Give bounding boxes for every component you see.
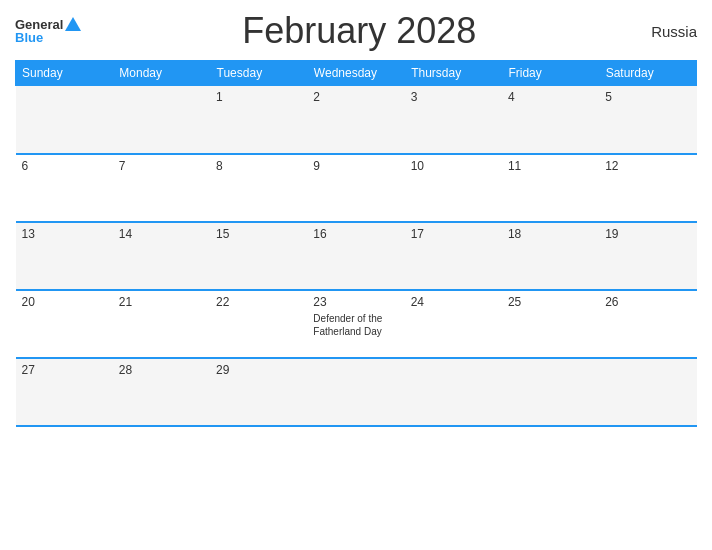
day-number: 28: [119, 363, 204, 377]
calendar-day-cell: 20: [16, 290, 113, 358]
calendar-week-row: 6789101112: [16, 154, 697, 222]
calendar-day-cell: 14: [113, 222, 210, 290]
day-number: 15: [216, 227, 301, 241]
weekday-header: Tuesday: [210, 61, 307, 86]
header: General Blue February 2028 Russia: [15, 10, 697, 52]
weekday-header: Monday: [113, 61, 210, 86]
calendar-day-cell: 11: [502, 154, 599, 222]
calendar-day-cell: 9: [307, 154, 404, 222]
logo-top: General Blue: [15, 18, 81, 44]
logo: General Blue: [15, 18, 81, 44]
calendar-page: General Blue February 2028 Russia Sunday…: [0, 0, 712, 550]
calendar-day-cell: 13: [16, 222, 113, 290]
day-number: 9: [313, 159, 398, 173]
calendar-day-cell: [16, 86, 113, 154]
logo-blue: Blue: [15, 31, 81, 44]
calendar-week-row: 20212223Defender of the Fatherland Day24…: [16, 290, 697, 358]
calendar-day-cell: [502, 358, 599, 426]
calendar-day-cell: 6: [16, 154, 113, 222]
day-number: 27: [22, 363, 107, 377]
day-number: 8: [216, 159, 301, 173]
calendar-day-cell: 21: [113, 290, 210, 358]
day-number: 24: [411, 295, 496, 309]
day-number: 22: [216, 295, 301, 309]
calendar-day-cell: 17: [405, 222, 502, 290]
day-number: 6: [22, 159, 107, 173]
day-number: 12: [605, 159, 690, 173]
weekday-header: Wednesday: [307, 61, 404, 86]
weekday-header: Sunday: [16, 61, 113, 86]
calendar-day-cell: 28: [113, 358, 210, 426]
calendar-header: SundayMondayTuesdayWednesdayThursdayFrid…: [16, 61, 697, 86]
day-number: 3: [411, 90, 496, 104]
calendar-week-row: 12345: [16, 86, 697, 154]
day-number: 1: [216, 90, 301, 104]
calendar-day-cell: 15: [210, 222, 307, 290]
day-number: 29: [216, 363, 301, 377]
calendar-day-cell: 4: [502, 86, 599, 154]
calendar-day-cell: 18: [502, 222, 599, 290]
calendar-day-cell: 27: [16, 358, 113, 426]
day-number: 26: [605, 295, 690, 309]
day-number: 2: [313, 90, 398, 104]
weekday-header: Saturday: [599, 61, 696, 86]
day-number: 11: [508, 159, 593, 173]
calendar-day-cell: [307, 358, 404, 426]
calendar-day-cell: 5: [599, 86, 696, 154]
calendar-day-cell: 29: [210, 358, 307, 426]
day-number: 23: [313, 295, 398, 309]
day-number: 7: [119, 159, 204, 173]
country-label: Russia: [637, 23, 697, 40]
calendar-body: 1234567891011121314151617181920212223Def…: [16, 86, 697, 426]
day-number: 10: [411, 159, 496, 173]
day-number: 19: [605, 227, 690, 241]
calendar-day-cell: 26: [599, 290, 696, 358]
day-number: 21: [119, 295, 204, 309]
calendar-day-cell: 22: [210, 290, 307, 358]
calendar-day-cell: 10: [405, 154, 502, 222]
calendar-week-row: 272829: [16, 358, 697, 426]
calendar-day-cell: 24: [405, 290, 502, 358]
day-number: 20: [22, 295, 107, 309]
day-number: 4: [508, 90, 593, 104]
day-number: 16: [313, 227, 398, 241]
calendar-day-cell: [113, 86, 210, 154]
calendar-day-cell: 3: [405, 86, 502, 154]
calendar-week-row: 13141516171819: [16, 222, 697, 290]
calendar-day-cell: [405, 358, 502, 426]
day-number: 25: [508, 295, 593, 309]
weekday-header: Friday: [502, 61, 599, 86]
day-number: 13: [22, 227, 107, 241]
calendar-day-cell: 19: [599, 222, 696, 290]
calendar-day-cell: 16: [307, 222, 404, 290]
calendar-day-cell: 8: [210, 154, 307, 222]
calendar-table: SundayMondayTuesdayWednesdayThursdayFrid…: [15, 60, 697, 427]
calendar-day-cell: 7: [113, 154, 210, 222]
calendar-day-cell: 1: [210, 86, 307, 154]
calendar-day-cell: 25: [502, 290, 599, 358]
calendar-day-cell: [599, 358, 696, 426]
weekday-row: SundayMondayTuesdayWednesdayThursdayFrid…: [16, 61, 697, 86]
calendar-title: February 2028: [81, 10, 637, 52]
day-number: 18: [508, 227, 593, 241]
calendar-day-cell: 23Defender of the Fatherland Day: [307, 290, 404, 358]
day-number: 14: [119, 227, 204, 241]
day-number: 5: [605, 90, 690, 104]
weekday-header: Thursday: [405, 61, 502, 86]
day-number: 17: [411, 227, 496, 241]
logo-triangle-icon: [65, 17, 81, 31]
holiday-label: Defender of the Fatherland Day: [313, 312, 398, 338]
calendar-day-cell: 12: [599, 154, 696, 222]
calendar-day-cell: 2: [307, 86, 404, 154]
